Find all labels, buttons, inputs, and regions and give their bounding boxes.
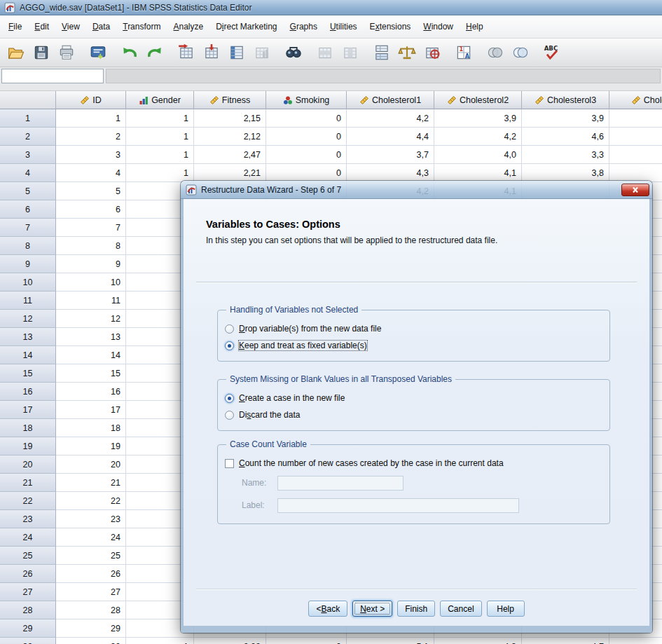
window-titlebar[interactable]: AGGO_wide.sav [DataSet1] - IBM SPSS Stat… — [0, 0, 662, 15]
table-cell[interactable]: 16 — [56, 383, 126, 401]
toolbar-button-find[interactable] — [281, 41, 306, 64]
dialog-close-button[interactable] — [621, 184, 649, 196]
row-header-5[interactable]: 5 — [0, 182, 56, 200]
radio-create-case[interactable]: Create a case in the new file — [225, 390, 602, 406]
table-cell[interactable]: 1 — [126, 164, 194, 182]
row-header-25[interactable]: 25 — [0, 547, 56, 565]
table-cell[interactable]: 2,21 — [194, 164, 266, 182]
column-header-cholesterol2[interactable]: Cholesterol2 — [434, 91, 522, 109]
column-header-cholesterol1[interactable]: Cholesterol1 — [347, 91, 434, 109]
table-cell[interactable]: 5,1 — [347, 638, 434, 644]
back-button[interactable]: < Back — [308, 601, 347, 617]
toolbar-button-show-all-variables[interactable] — [508, 41, 533, 64]
table-cell[interactable]: 12 — [56, 310, 126, 328]
toolbar-button-undo[interactable] — [117, 41, 142, 64]
table-cell[interactable]: 4,1 — [434, 164, 522, 182]
grid-corner-cell[interactable] — [0, 91, 56, 109]
toolbar-button-insert-variable[interactable] — [338, 41, 363, 64]
toolbar-button-select-cases[interactable] — [420, 41, 445, 64]
row-header-11[interactable]: 11 — [0, 292, 56, 310]
toolbar-button-value-labels[interactable]: 1A — [451, 41, 476, 64]
row-header-18[interactable]: 18 — [0, 419, 56, 437]
table-cell[interactable]: 2,12 — [194, 128, 266, 146]
table-cell[interactable]: 1 — [126, 128, 194, 146]
table-cell[interactable]: 28 — [56, 601, 126, 619]
table-cell[interactable]: 20 — [56, 455, 126, 474]
menu-item-graphs[interactable]: Graphs — [284, 19, 324, 34]
table-cell[interactable]: 1 — [126, 638, 194, 644]
table-cell[interactable]: 1 — [56, 109, 126, 128]
table-cell[interactable]: 9 — [56, 255, 126, 273]
row-header-13[interactable]: 13 — [0, 328, 56, 346]
checkbox-count-cases[interactable]: Count the number of new cases created by… — [225, 455, 602, 472]
table-cell[interactable]: 0 — [266, 109, 347, 128]
row-header-1[interactable]: 1 — [0, 109, 56, 128]
row-header-8[interactable]: 8 — [0, 237, 56, 255]
table-cell[interactable]: 25 — [56, 547, 126, 565]
table-cell[interactable]: 3,9 — [434, 109, 522, 128]
column-header-fitness[interactable]: Fitness — [194, 91, 266, 109]
menu-item-data[interactable]: Data — [86, 19, 116, 34]
menu-item-extensions[interactable]: Extensions — [364, 19, 418, 34]
table-cell[interactable]: 21 — [56, 474, 126, 492]
row-header-15[interactable]: 15 — [0, 364, 56, 383]
table-cell[interactable]: 19 — [56, 437, 126, 455]
table-cell[interactable]: 6 — [56, 200, 126, 219]
toolbar-button-print[interactable] — [54, 41, 79, 64]
row-header-3[interactable]: 3 — [0, 146, 56, 164]
row-header-16[interactable]: 16 — [0, 383, 56, 401]
table-cell[interactable]: 3,9 — [522, 109, 609, 128]
table-cell[interactable]: 4,3 — [434, 638, 522, 644]
toolbar-button-recall-dialogs[interactable] — [85, 41, 111, 64]
table-cell[interactable]: 4,0 — [434, 146, 522, 164]
toolbar-button-save[interactable] — [29, 41, 54, 64]
menu-item-window[interactable]: Window — [417, 19, 460, 34]
toolbar-button-split-file[interactable] — [369, 41, 394, 64]
row-header-20[interactable]: 20 — [0, 455, 56, 474]
cell-reference-input[interactable] — [1, 69, 104, 83]
table-cell[interactable]: 4,2 — [347, 109, 434, 128]
toolbar-button-goto-case[interactable] — [174, 41, 199, 64]
table-cell[interactable]: 11 — [56, 292, 126, 310]
row-header-21[interactable]: 21 — [0, 474, 56, 492]
menu-item-utilities[interactable]: Utilities — [324, 19, 364, 34]
table-cell[interactable]: 29 — [56, 619, 126, 638]
table-cell[interactable]: 4,4 — [347, 128, 434, 146]
row-header-27[interactable]: 27 — [0, 583, 56, 601]
table-cell[interactable]: 7 — [56, 219, 126, 237]
row-header-7[interactable]: 7 — [0, 219, 56, 237]
table-cell[interactable]: 26 — [56, 565, 126, 583]
row-header-23[interactable]: 23 — [0, 510, 56, 528]
table-cell[interactable]: 3 — [56, 146, 126, 164]
row-header-6[interactable]: 6 — [0, 200, 56, 219]
table-cell[interactable]: 8 — [56, 237, 126, 255]
row-header-9[interactable]: 9 — [0, 255, 56, 273]
table-cell[interactable]: 14 — [56, 346, 126, 364]
row-header-4[interactable]: 4 — [0, 164, 56, 182]
menu-item-transform[interactable]: Transform — [116, 19, 167, 34]
row-header-28[interactable]: 28 — [0, 601, 56, 619]
table-cell[interactable]: 13 — [56, 328, 126, 346]
cancel-button[interactable]: Cancel — [440, 601, 481, 617]
table-cell[interactable]: 3,7 — [347, 146, 434, 164]
table-cell[interactable]: 2,47 — [194, 146, 266, 164]
table-cell[interactable]: 4,6 — [522, 128, 609, 146]
column-header-id[interactable]: ID — [56, 91, 126, 109]
toolbar-button-weight-cases[interactable] — [394, 41, 420, 64]
menu-item-view[interactable]: View — [55, 19, 86, 34]
table-cell[interactable]: 0 — [266, 638, 347, 644]
menu-item-file[interactable]: File — [2, 19, 28, 34]
table-cell[interactable]: 22 — [56, 492, 126, 510]
table-cell[interactable]: 4 — [56, 164, 126, 182]
table-cell[interactable]: 0 — [266, 146, 347, 164]
toolbar-button-variables[interactable] — [224, 41, 249, 64]
table-cell[interactable]: 3,8 — [522, 164, 609, 182]
column-header-smoking[interactable]: Smoking — [266, 91, 347, 109]
table-cell[interactable]: 2,15 — [194, 109, 266, 128]
table-cell[interactable]: 4,3 — [347, 164, 434, 182]
radio-discard-data[interactable]: Discard the data — [225, 406, 602, 423]
table-cell[interactable]: 15 — [56, 364, 126, 383]
table-cell[interactable] — [609, 109, 662, 128]
row-header-14[interactable]: 14 — [0, 346, 56, 364]
table-cell[interactable] — [609, 128, 662, 146]
